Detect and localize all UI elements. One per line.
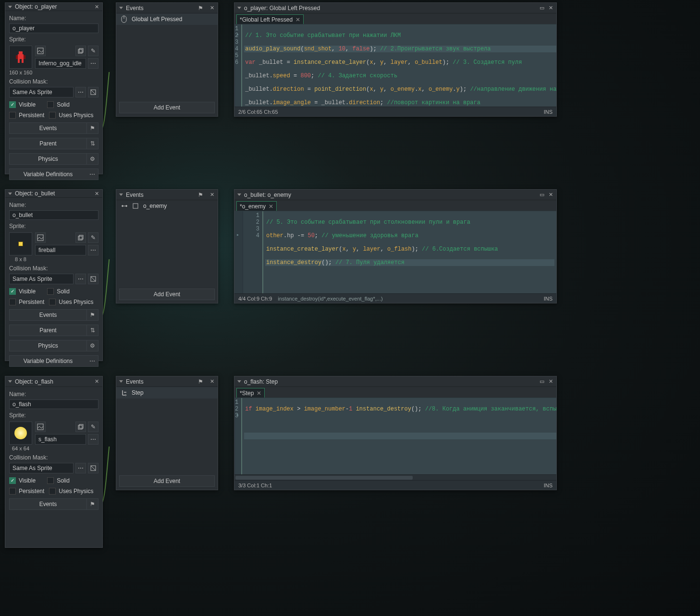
event-item-step[interactable]: Step [116,387,218,399]
sprite-more-button[interactable]: ⋯ [88,245,98,255]
solid-checkbox[interactable]: Solid [47,288,70,295]
mask-select[interactable]: Same As Sprite [9,87,74,97]
mask-more-button[interactable]: ⋯ [75,274,86,284]
persistent-checkbox[interactable]: Persistent [9,299,44,305]
solid-checkbox[interactable]: Solid [47,477,70,484]
events-button[interactable]: Events⚑ [9,309,98,321]
physics-checkbox[interactable]: Uses Physics [49,112,93,119]
vardefs-button[interactable]: Variable Definitions⋯ [9,355,98,367]
physics-checkbox[interactable]: Uses Physics [49,299,93,305]
collapse-icon[interactable] [119,193,123,196]
sprite-more-button[interactable]: ⋯ [88,58,98,69]
events-button[interactable]: Events⚑ [9,122,98,134]
close-icon[interactable]: ✕ [547,191,554,199]
sprite-preview[interactable] [9,422,32,445]
code-tab[interactable]: *o_enemy ✕ [236,201,277,211]
flag-icon[interactable]: ⚑ [196,191,204,199]
add-event-button[interactable]: Add Event [119,289,215,300]
sprite-edit-button[interactable]: ✎ [88,422,98,432]
object-panel-titlebar[interactable]: Object: o_player ✕ [5,3,102,11]
fold-icon[interactable]: ▸ [236,232,239,238]
close-icon[interactable]: ✕ [208,4,216,12]
physics-button[interactable]: Physics⚙ [9,153,98,165]
collapse-icon[interactable] [119,380,123,383]
name-input[interactable]: o_flash [9,399,98,409]
tab-close-icon[interactable]: ✕ [257,390,261,397]
mask-edit-button[interactable] [88,463,98,473]
name-input[interactable]: o_bullet [9,210,98,220]
physics-checkbox[interactable]: Uses Physics [49,488,93,495]
collapse-icon[interactable] [8,380,12,383]
collapse-icon[interactable] [8,193,12,195]
close-icon[interactable]: ✕ [93,190,100,197]
visible-checkbox[interactable]: Visible [9,477,36,484]
add-event-button[interactable]: Add Event [119,102,215,113]
code-tab[interactable]: *Global Left Pressed ✕ [236,14,304,24]
persistent-checkbox[interactable]: Persistent [9,112,44,119]
collapse-icon[interactable] [237,193,241,196]
close-icon[interactable]: ✕ [547,4,554,12]
sprite-edit-button[interactable]: ✎ [88,232,98,243]
mask-more-button[interactable]: ⋯ [75,87,86,97]
sprite-edit-button[interactable]: ✎ [88,46,98,56]
event-item-global-left-pressed[interactable]: Global Left Pressed [116,13,218,25]
sprite-name-field[interactable]: fireball [35,245,86,255]
event-item-collision-enemy[interactable]: o_enemy [116,200,218,212]
physics-button[interactable]: Physics⚙ [9,340,98,351]
code-titlebar[interactable]: o_flash: Step ▭ ✕ [234,376,556,387]
collapse-icon[interactable] [237,380,241,383]
solid-checkbox[interactable]: Solid [47,101,70,108]
sprite-more-button[interactable]: ⋯ [88,434,98,445]
sprite-select-button[interactable] [35,232,46,243]
sprite-new-button[interactable] [75,232,86,243]
maximize-icon[interactable]: ▭ [538,4,546,12]
code-editor[interactable]: ▸ 123456 // 1. Это событие срабатывает п… [234,24,556,107]
collapse-icon[interactable] [8,6,12,8]
mask-edit-button[interactable] [88,274,98,284]
code-editor[interactable]: ▸ 123 if image_index > image_number-1 in… [234,398,556,474]
maximize-icon[interactable]: ▭ [538,378,546,386]
h-scrollbar[interactable] [234,474,556,480]
sprite-preview[interactable] [9,46,32,69]
mask-more-button[interactable]: ⋯ [75,463,86,473]
object-panel-titlebar[interactable]: Object: o_flash ✕ [5,376,102,387]
code-lines[interactable]: // 5. Это событие срабатывает при столкн… [263,211,556,293]
visible-checkbox[interactable]: Visible [9,288,36,295]
mask-select[interactable]: Same As Sprite [9,274,74,284]
close-icon[interactable]: ✕ [93,378,100,386]
code-titlebar[interactable]: o_bullet: o_enemy ▭ ✕ [234,190,556,200]
sprite-select-button[interactable] [35,46,46,56]
parent-button[interactable]: Parent⇅ [9,325,98,336]
tab-close-icon[interactable]: ✕ [269,203,273,210]
fold-icon[interactable]: ▸ [236,32,239,37]
sprite-new-button[interactable] [75,46,86,56]
vardefs-button[interactable]: Variable Definitions⋯ [9,169,98,180]
close-icon[interactable]: ✕ [93,3,100,11]
mask-select[interactable]: Same As Sprite [9,463,74,473]
flag-icon[interactable]: ⚑ [196,4,204,12]
persistent-checkbox[interactable]: Persistent [9,488,44,495]
collapse-icon[interactable] [237,7,241,9]
sprite-name-field[interactable]: s_flash [35,434,86,445]
code-lines[interactable]: if image_index > image_number-1 instance… [242,398,556,474]
events-button[interactable]: Events⚑ [9,498,98,510]
sprite-new-button[interactable] [75,422,86,432]
maximize-icon[interactable]: ▭ [538,191,546,199]
tab-close-icon[interactable]: ✕ [295,16,300,23]
name-input[interactable]: o_player [9,24,98,33]
add-event-button[interactable]: Add Event [119,475,215,487]
close-icon[interactable]: ✕ [208,191,216,199]
close-icon[interactable]: ✕ [547,378,554,386]
parent-button[interactable]: Parent⇅ [9,138,98,149]
flag-icon[interactable]: ⚑ [196,378,204,386]
code-tab[interactable]: *Step ✕ [236,388,265,398]
visible-checkbox[interactable]: Visible [9,101,36,108]
collapse-icon[interactable] [119,7,123,9]
events-titlebar[interactable]: Events ⚑ ✕ [116,190,218,200]
code-editor[interactable]: ▸ 1234 // 5. Это событие срабатывает при… [234,211,556,293]
code-lines[interactable]: // 1. Это событие срабатывает при нажати… [242,24,556,107]
object-panel-titlebar[interactable]: Object: o_bullet ✕ [5,190,102,198]
sprite-preview[interactable] [9,232,32,255]
mask-edit-button[interactable] [88,87,98,97]
code-titlebar[interactable]: o_player: Global Left Pressed ▭ ✕ [234,3,556,13]
